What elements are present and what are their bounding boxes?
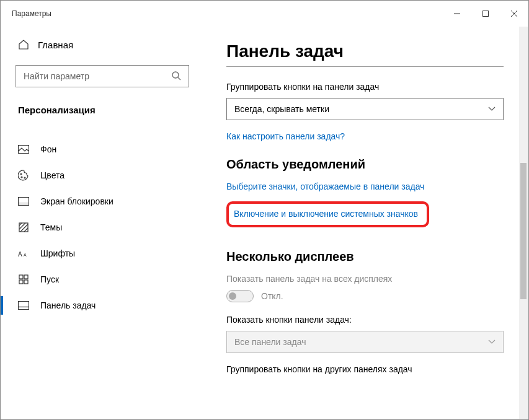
show-all-displays-toggle[interactable]	[226, 290, 254, 302]
select-icons-link[interactable]: Выберите значки, отображаемые в панели з…	[226, 182, 504, 191]
sidebar-item-label: Пуск	[40, 274, 59, 284]
chevron-down-icon	[488, 338, 496, 346]
svg-rect-17	[19, 280, 23, 284]
window-controls	[443, 1, 528, 27]
dropdown-value: Все панели задач	[234, 337, 306, 347]
sidebar-item-background[interactable]: Фон	[1, 136, 204, 162]
picture-icon	[18, 144, 29, 155]
show-buttons-dropdown[interactable]: Все панели задач	[226, 331, 504, 353]
home-link[interactable]: Главная	[1, 33, 204, 56]
search-icon	[171, 71, 181, 82]
sidebar-item-label: Экран блокировки	[40, 196, 113, 206]
content-area: Панель задач Группировать кнопки на пане…	[204, 27, 528, 419]
palette-icon	[18, 170, 29, 181]
highlighted-link-box: Включение и выключение системных значков	[226, 201, 429, 227]
vertical-scrollbar[interactable]	[519, 27, 528, 419]
svg-point-8	[21, 177, 22, 178]
sidebar-item-themes[interactable]: Темы	[1, 214, 204, 240]
home-icon	[18, 39, 29, 50]
sidebar-item-label: Шрифты	[40, 248, 75, 258]
sidebar-item-label: Фон	[40, 144, 56, 154]
help-link[interactable]: Как настроить панели задач?	[226, 131, 504, 141]
svg-point-4	[172, 72, 179, 78]
svg-rect-11	[19, 203, 29, 206]
svg-rect-16	[24, 275, 28, 279]
system-icons-link[interactable]: Включение и выключение системных значков	[234, 209, 418, 219]
sidebar: Главная Найти параметр Персонализация Фо…	[1, 27, 204, 419]
svg-point-9	[24, 177, 25, 178]
page-title: Панель задач	[226, 42, 504, 61]
svg-text:A: A	[24, 253, 27, 257]
sidebar-item-start[interactable]: Пуск	[1, 266, 204, 292]
svg-point-7	[20, 173, 22, 175]
svg-rect-18	[24, 280, 28, 284]
category-label: Персонализация	[1, 96, 204, 124]
start-icon	[18, 274, 29, 285]
taskbar-icon	[18, 300, 29, 311]
toggle-state-label: Откл.	[261, 291, 283, 301]
search-input[interactable]: Найти параметр	[16, 65, 189, 87]
scroll-thumb[interactable]	[520, 163, 527, 299]
dropdown-value: Всегда, скрывать метки	[234, 104, 329, 114]
svg-text:A: A	[18, 251, 22, 258]
show-buttons-label: Показать кнопки панели задач:	[226, 315, 504, 325]
home-label: Главная	[38, 40, 73, 50]
group-buttons-label: Группировать кнопки на панели задач	[226, 82, 504, 92]
maximize-button[interactable]	[471, 1, 500, 27]
chevron-down-icon	[488, 105, 496, 113]
sidebar-item-fonts[interactable]: AA Шрифты	[1, 240, 204, 266]
section-multiple-displays: Несколько дисплеев	[226, 250, 504, 264]
sidebar-item-colors[interactable]: Цвета	[1, 162, 204, 188]
search-placeholder: Найти параметр	[24, 71, 89, 81]
lockscreen-icon	[18, 196, 29, 207]
close-button[interactable]	[500, 1, 528, 27]
minimize-button[interactable]	[443, 1, 471, 27]
svg-rect-19	[19, 302, 29, 310]
show-all-displays-label: Показать панель задач на всех дисплеях	[226, 274, 504, 284]
sidebar-item-label: Темы	[40, 222, 62, 232]
fonts-icon: AA	[18, 248, 29, 259]
window-title: Параметры	[12, 9, 51, 18]
svg-rect-1	[483, 11, 489, 17]
svg-rect-15	[19, 275, 23, 279]
sidebar-item-lockscreen[interactable]: Экран блокировки	[1, 188, 204, 214]
group-buttons-dropdown[interactable]: Всегда, скрывать метки	[226, 98, 504, 120]
themes-icon	[18, 222, 29, 233]
svg-line-5	[178, 77, 180, 80]
sidebar-item-label: Цвета	[40, 170, 64, 180]
section-notification-area: Область уведомлений	[226, 157, 504, 172]
titlebar: Параметры	[1, 1, 528, 27]
title-underline	[226, 66, 504, 67]
sidebar-item-taskbar[interactable]: Панель задач	[1, 292, 204, 318]
group-other-label: Группировать кнопки на других панелях за…	[226, 364, 504, 374]
sidebar-item-label: Панель задач	[40, 300, 96, 310]
